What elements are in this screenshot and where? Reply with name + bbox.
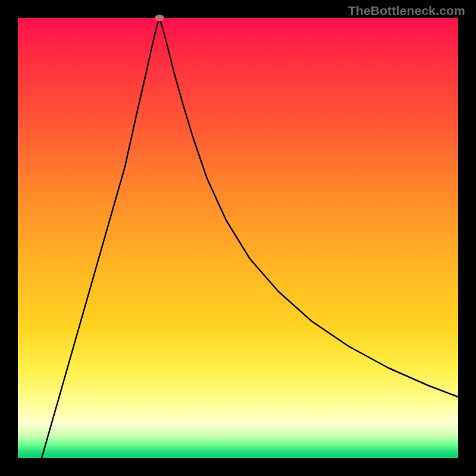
chart-frame: TheBottleneck.com xyxy=(0,0,476,476)
optimum-marker xyxy=(155,15,164,21)
plot-area xyxy=(18,18,458,458)
bottleneck-curve xyxy=(18,18,458,458)
watermark-text: TheBottleneck.com xyxy=(348,4,465,18)
